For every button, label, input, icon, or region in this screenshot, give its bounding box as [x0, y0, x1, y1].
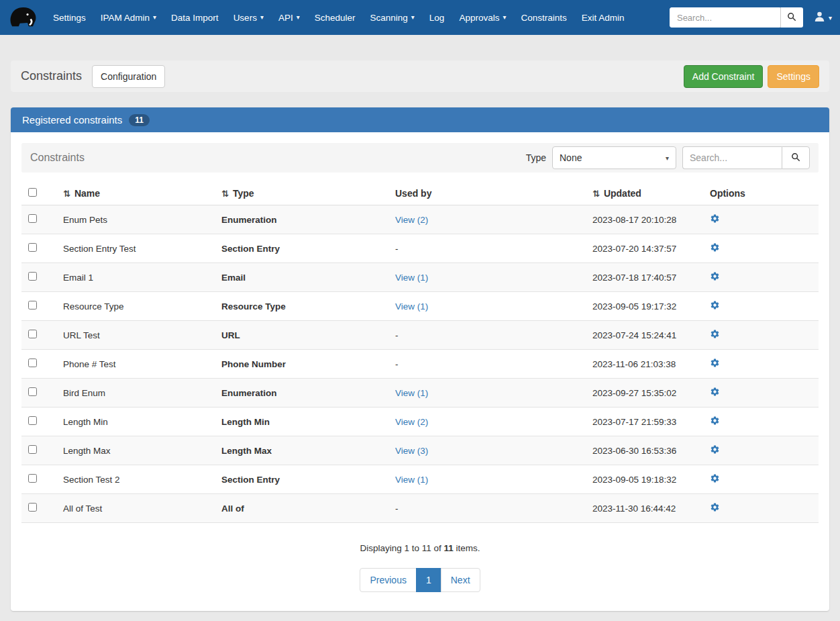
nav-item-constraints[interactable]: Constraints — [513, 8, 574, 28]
row-used-by[interactable]: View (2) — [395, 417, 428, 427]
sort-icon[interactable]: ⇅ — [63, 189, 70, 199]
nav-item-api[interactable]: API▾ — [271, 8, 307, 28]
row-checkbox[interactable] — [28, 359, 37, 367]
row-updated: 2023-07-17 21:59:33 — [592, 417, 676, 427]
chevron-down-icon: ▾ — [260, 14, 264, 21]
gear-icon[interactable] — [710, 271, 720, 281]
row-used-by[interactable]: View (1) — [395, 388, 428, 398]
row-checkbox[interactable] — [28, 503, 37, 512]
gear-icon[interactable] — [710, 300, 720, 310]
pagination-previous[interactable]: Previous — [360, 568, 416, 592]
row-name: Phone # Test — [63, 359, 116, 369]
nav-item-data-import[interactable]: Data Import — [164, 8, 226, 28]
nav-item-ipam-admin[interactable]: IPAM Admin▾ — [93, 8, 164, 28]
search-icon — [791, 152, 800, 164]
nav-item-label: Log — [429, 13, 445, 23]
navbar-right: ▾ — [670, 7, 833, 28]
row-type: Length Max — [221, 446, 272, 456]
row-name: Enum Pets — [63, 215, 107, 225]
gear-icon[interactable] — [710, 444, 720, 455]
pagination-page-1[interactable]: 1 — [416, 568, 441, 592]
column-header-updated[interactable]: Updated — [604, 188, 641, 199]
nav-item-label: Settings — [53, 13, 86, 23]
mammoth-logo-icon — [8, 4, 38, 31]
nav-item-label: Constraints — [521, 13, 566, 23]
row-used-by[interactable]: View (1) — [395, 301, 428, 312]
sort-icon[interactable]: ⇅ — [221, 189, 229, 199]
sort-icon[interactable]: ⇅ — [592, 189, 600, 199]
row-name: Length Min — [63, 417, 108, 427]
table-search-button[interactable] — [782, 146, 810, 169]
row-name: Bird Enum — [63, 388, 105, 398]
configuration-button[interactable]: Configuration — [92, 65, 165, 88]
user-icon — [814, 11, 825, 24]
nav-item-log[interactable]: Log — [422, 8, 452, 28]
table-row: URL Test URL - 2023-07-24 15:24:41 — [21, 321, 819, 350]
global-search-button[interactable] — [780, 7, 803, 28]
row-used-by[interactable]: View (1) — [395, 475, 428, 485]
chevron-down-icon: ▾ — [297, 14, 300, 21]
add-constraint-button[interactable]: Add Constraint — [684, 65, 764, 88]
row-checkbox[interactable] — [28, 387, 37, 396]
nav-item-scanning[interactable]: Scanning▾ — [363, 8, 422, 28]
panel-heading: Registered constraints 11 — [11, 107, 829, 132]
panel-body: Constraints Type None ▾ — [11, 132, 829, 611]
summary-suffix: items. — [454, 543, 480, 553]
row-updated: 2023-07-18 17:40:57 — [592, 273, 676, 283]
gear-icon[interactable] — [710, 502, 720, 512]
gear-icon[interactable] — [710, 358, 720, 368]
app-logo[interactable] — [7, 2, 39, 33]
nav-item-users[interactable]: Users▾ — [226, 8, 271, 28]
row-type: URL — [221, 330, 240, 340]
table-search-input[interactable] — [682, 146, 782, 169]
table-row: All of Test All of - 2023-11-30 16:44:42 — [21, 494, 819, 523]
gear-icon[interactable] — [710, 242, 720, 252]
row-updated: 2023-07-24 15:24:41 — [592, 330, 676, 340]
row-updated: 2023-11-30 16:44:42 — [592, 504, 676, 514]
nav-item-scheduler[interactable]: Scheduler — [307, 8, 363, 28]
settings-button[interactable]: Settings — [768, 65, 819, 88]
nav-item-label: Approvals — [459, 13, 499, 23]
chevron-down-icon: ▾ — [503, 14, 506, 21]
constraints-panel: Registered constraints 11 Constraints Ty… — [11, 107, 829, 611]
gear-icon[interactable] — [710, 473, 720, 483]
nav-item-label: Exit Admin — [582, 13, 625, 23]
chevron-down-icon: ▾ — [666, 154, 669, 162]
row-checkbox[interactable] — [28, 243, 37, 252]
table-row: Bird Enum Enumeration View (1) 2023-09-2… — [21, 379, 819, 408]
row-checkbox[interactable] — [28, 214, 37, 223]
row-checkbox[interactable] — [28, 445, 37, 454]
page-title: Constraints — [21, 69, 82, 83]
nav-item-approvals[interactable]: Approvals▾ — [452, 8, 513, 28]
nav-item-settings[interactable]: Settings — [46, 8, 93, 28]
row-checkbox[interactable] — [28, 301, 37, 309]
gear-icon[interactable] — [710, 213, 720, 224]
type-filter-label: Type — [526, 152, 546, 163]
row-checkbox[interactable] — [28, 474, 37, 483]
row-type: Length Min — [221, 417, 270, 427]
chevron-down-icon: ▾ — [153, 14, 156, 21]
type-filter-select[interactable]: None ▾ — [552, 146, 676, 169]
row-used-by[interactable]: View (3) — [395, 446, 428, 456]
column-header-name[interactable]: Name — [74, 188, 100, 199]
user-menu[interactable]: ▾ — [812, 8, 833, 27]
row-checkbox[interactable] — [28, 416, 37, 425]
column-header-type[interactable]: Type — [233, 188, 254, 199]
table-header-row: ⇅Name ⇅Type Used by ⇅Updated Options — [21, 182, 819, 205]
select-all-checkbox[interactable] — [28, 188, 37, 197]
row-checkbox[interactable] — [28, 330, 37, 338]
nav-item-exit-admin[interactable]: Exit Admin — [574, 8, 632, 28]
row-used-by: - — [395, 359, 399, 369]
global-search-input[interactable] — [670, 7, 780, 28]
nav-item-label: Users — [233, 13, 257, 23]
table-row: Email 1 Email View (1) 2023-07-18 17:40:… — [21, 263, 819, 292]
pagination-next[interactable]: Next — [441, 568, 480, 592]
gear-icon[interactable] — [710, 329, 720, 339]
row-updated: 2023-06-30 16:53:36 — [592, 446, 676, 456]
gear-icon[interactable] — [710, 387, 720, 397]
row-checkbox[interactable] — [28, 272, 37, 281]
row-used-by[interactable]: View (1) — [395, 273, 428, 283]
row-type: Section Entry — [221, 244, 280, 254]
row-used-by[interactable]: View (2) — [395, 215, 428, 225]
gear-icon[interactable] — [710, 416, 720, 426]
